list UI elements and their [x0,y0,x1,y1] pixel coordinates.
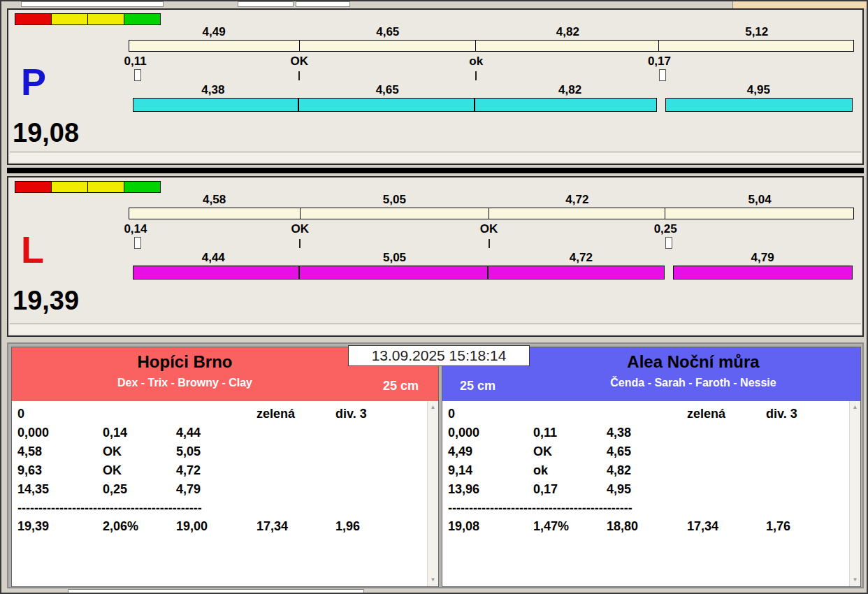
result-cell: div. 3 [335,407,421,426]
result-cell: 5,05 [176,444,256,463]
progress-segment [133,98,298,112]
start-light-red [15,13,52,25]
result-cell [256,482,335,501]
vertical-scrollbar[interactable]: ▲ ▼ [849,401,860,586]
result-cell [533,407,607,426]
change-indicators-row [129,237,854,250]
result-cell: 1,47% [533,519,607,538]
result-cell: 4,79 [176,482,256,501]
result-cell: 0,000 [17,426,103,444]
vertical-scrollbar[interactable]: ▲ ▼ [427,401,438,586]
progress-segment [665,98,853,112]
scale-segment [300,41,476,51]
result-cell [335,482,421,501]
results-rows: 0zelenádiv. 30,0000,144,444,58OK5,059,63… [12,401,438,538]
lane-status-strip [10,324,861,334]
result-row: 4,58OK5,05 [17,444,421,463]
progress-segment [673,266,853,280]
result-cell [103,407,176,426]
start-lights [15,181,161,193]
split-time-bottom: 4,65 [298,83,477,96]
change-marks-row: 0,14OKOK0,25 [129,222,854,236]
result-cell: 19,08 [448,519,533,538]
results-rows: 0zelenádiv. 30,0000,114,384,49OK4,659,14… [442,401,860,538]
start-lights [15,13,161,25]
lane-status-strip [10,152,861,162]
result-cell [256,426,335,444]
total-row: 19,081,47%18,8017,341,76 [448,519,844,538]
result-cell [335,426,421,444]
result-cell: 18,80 [607,519,687,538]
result-cell [766,482,844,501]
result-row: 0,0000,114,38 [448,426,844,444]
result-row: 0,0000,144,44 [17,426,421,444]
lane-progress-bar [133,98,853,112]
progress-segment [488,266,665,280]
start-light-green [124,181,161,193]
result-cell: 0,11 [533,426,607,444]
split-scale-bar [129,208,854,219]
change-time-indicator [134,237,141,249]
split-time-top: 4,65 [299,25,476,38]
split-time-top: 4,82 [476,25,659,38]
split-times-top-row: 4,585,054,725,04 [129,193,854,206]
result-cell: OK [533,444,607,463]
lane-total-time: 19,39 [13,286,79,316]
result-cell [687,463,766,482]
split-time-bottom: 4,79 [671,251,854,264]
split-time-bottom: 4,44 [129,251,298,264]
result-cell: 13,96 [448,482,533,501]
scroll-up-icon[interactable]: ▲ [428,403,438,412]
result-cell: 9,14 [448,463,533,482]
start-light-red [15,181,52,193]
split-time-top: 5,04 [665,193,854,206]
progress-segment [133,266,299,280]
jump-height-badge: 25 cm [383,379,419,393]
result-cell: 1,96 [335,519,421,538]
result-row: 13,960,174,95 [448,482,844,501]
result-row: 9,14ok4,82 [448,463,844,482]
scroll-down-icon[interactable]: ▼ [428,575,438,585]
team-results-area[interactable]: 0zelenádiv. 30,0000,114,384,49OK4,659,14… [442,401,860,586]
change-mark: ok [469,55,483,68]
result-cell: 9,63 [17,463,103,482]
ok-tick-icon [298,71,300,80]
split-times-bottom-row: 4,445,054,724,79 [129,251,854,264]
result-row: 14,350,254,79 [17,482,421,501]
result-cell: 0,17 [533,482,607,501]
result-cell: div. 3 [766,407,844,426]
result-cell: 19,00 [176,519,256,538]
change-mark: 0,14 [124,222,147,236]
result-cell: 4,38 [607,426,687,444]
start-light-green [124,13,161,25]
split-time-bottom: 5,05 [298,251,491,264]
scroll-down-icon[interactable]: ▼ [850,575,860,585]
datetime-display: 13.09.2025 15:18:14 [348,345,530,366]
team-results-area[interactable]: 0zelenádiv. 30,0000,144,444,58OK5,059,63… [12,401,438,586]
scroll-up-icon[interactable]: ▲ [850,403,860,412]
window-fragment [732,1,867,8]
result-row: 4,49OK4,65 [448,444,844,463]
lane-progress-bar [133,266,853,280]
result-cell [256,444,335,463]
result-cell [766,444,844,463]
result-cell [766,426,844,444]
result-row: 0zelenádiv. 3 [17,407,421,426]
split-time-bottom: 4,95 [663,83,854,96]
result-cell: ok [533,463,607,482]
change-mark: 0,11 [124,55,147,68]
scale-segment [476,41,659,51]
progress-segment [475,98,657,112]
scale-segment [665,208,853,219]
result-cell: 4,49 [448,444,533,463]
separator-line: ----------------------------------------… [17,501,421,519]
change-indicators-row [129,69,854,82]
change-mark: OK [480,222,498,236]
result-cell: 4,82 [607,463,687,482]
scale-segment [301,208,489,219]
result-row: 9,63OK4,72 [17,463,421,482]
scale-segment [129,41,300,51]
split-time-top: 4,58 [129,193,300,206]
result-cell: OK [103,444,176,463]
result-cell [687,426,766,444]
